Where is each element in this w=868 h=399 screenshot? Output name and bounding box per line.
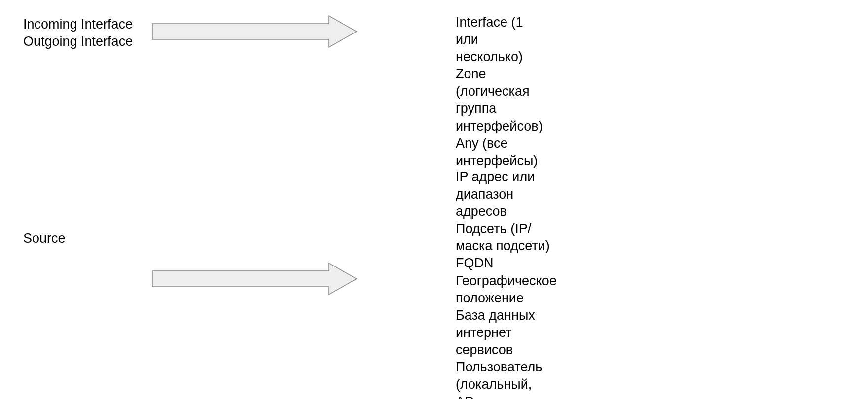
value-user-line1: Пользователь (локальный, AD, — [456, 359, 557, 399]
left-labels-interface: Incoming Interface Outgoing Interface — [23, 16, 151, 50]
value-subnet: Подсеть (IP/маска подсети) — [456, 220, 557, 255]
label-incoming-interface: Incoming Interface — [23, 16, 151, 33]
svg-marker-0 — [152, 16, 357, 47]
value-geo: Географическое положение — [456, 272, 557, 307]
right-values-interface: Interface (1 или несколько) Zone (логиче… — [456, 14, 543, 169]
diagram-row-interface: Incoming Interface Outgoing Interface In… — [23, 16, 457, 50]
label-outgoing-interface: Outgoing Interface — [23, 33, 151, 50]
value-interface: Interface (1 или несколько) — [456, 14, 543, 66]
arrow-right-icon — [151, 14, 359, 53]
right-values-source: IP адрес или диапазон адресов Подсеть (I… — [456, 168, 557, 399]
value-zone: Zone (логическая группа интерфейсов) — [456, 66, 543, 134]
value-fqdn: FQDN — [456, 255, 557, 272]
left-labels-source: Source — [23, 168, 151, 247]
value-ip-range: IP адрес или диапазон адресов — [456, 168, 557, 220]
svg-marker-1 — [152, 263, 357, 295]
diagram-row-source: Source IP адрес или диапазон адресов Под… — [23, 168, 457, 247]
arrow-right-icon — [151, 261, 359, 300]
value-isdb: База данных интернет сервисов — [456, 307, 557, 359]
value-any: Any (все интерфейсы) — [456, 135, 543, 169]
label-source: Source — [23, 230, 151, 247]
